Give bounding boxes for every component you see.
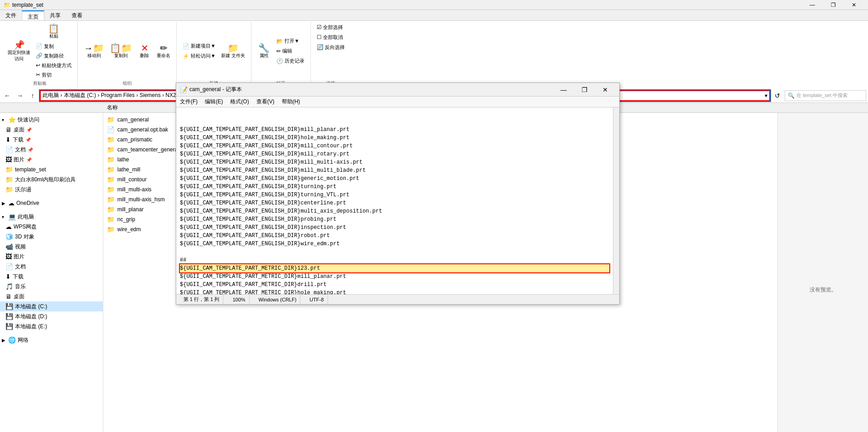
sidebar-item-videos[interactable]: 📹 视频: [0, 242, 103, 252]
sidebar-item-documents[interactable]: 📄 文档: [0, 262, 103, 272]
rename-button[interactable]: ✏ 重命名: [154, 36, 173, 66]
open-button[interactable]: 📂 打开▼: [274, 37, 307, 46]
file-item-label: cam_general.opt.bak: [117, 126, 168, 133]
tab-home[interactable]: 主页: [22, 10, 44, 20]
paste-button[interactable]: 📋 粘贴: [34, 23, 74, 41]
back-button[interactable]: ←: [2, 90, 13, 101]
window-title: template_set: [12, 2, 43, 8]
clipboard-buttons: 📌 固定到快速访问 📋 粘贴 📄 复制 🔗 复制路径: [5, 23, 74, 79]
sidebar-item-template-set[interactable]: 📁 template_set: [0, 165, 103, 175]
up-button[interactable]: ↑: [27, 90, 38, 101]
notepad-zoom: 100%: [229, 295, 249, 304]
file-item-label: mill_multi-axis_hsm: [117, 196, 165, 203]
sidebar-item-docs[interactable]: 📄 文档 📌: [0, 145, 103, 155]
sidebar-item-music[interactable]: 🎵 音乐: [0, 282, 103, 291]
d-drive-icon: 💾: [5, 313, 13, 320]
sidebar-item-pics[interactable]: 🖼 图片: [0, 252, 103, 262]
no-preview-text: 没有预览。: [810, 286, 837, 294]
notepad-window: 📝 cam_general - 记事本 — ❐ ✕ 文件(F) 编辑(E) 格式…: [176, 83, 620, 305]
sidebar-item-e-drive[interactable]: 💾 本地磁盘 (E:): [0, 321, 103, 331]
sidebar-item-dashuishuai[interactable]: 📁 大白水80ml内瓶印刷治具: [0, 175, 103, 184]
minimize-button[interactable]: —: [802, 0, 823, 10]
folder-mill-multi-axis-hsm: 📁: [107, 196, 115, 203]
copy-button[interactable]: 📄 复制: [34, 42, 74, 51]
folder-cam-prismatic: 📁: [107, 136, 115, 143]
sidebar-item-wps[interactable]: ☁ WPS网盘: [0, 222, 103, 232]
quick-access-section: ▾ ⭐ 快速访问 🖥 桌面 📌 ⬇ 下载 📌 📄 文档 📌 🖼 图片: [0, 113, 103, 196]
notepad-menu-format[interactable]: 格式(O): [227, 97, 252, 107]
notepad-menu-help[interactable]: 帮助(H): [278, 97, 304, 107]
new-item-button[interactable]: 📄 新建项目▼: [180, 42, 218, 51]
copy-to-button[interactable]: 📋📁 复制到: [107, 36, 135, 66]
network-icon: 🌐: [8, 336, 16, 344]
invert-icon: 🔄: [317, 44, 323, 50]
folder-icon-1: 📁: [5, 176, 13, 183]
search-box[interactable]: 🔍 在 template_set 中搜索: [785, 90, 866, 101]
window-icon: 📁: [4, 2, 10, 8]
desk-icon: 🖥: [5, 293, 12, 300]
maximize-button[interactable]: ❐: [823, 0, 844, 10]
refresh-button[interactable]: ↺: [772, 90, 783, 101]
folder-mill-multi-axis: 📁: [107, 186, 115, 193]
tab-file[interactable]: 文件: [0, 10, 22, 20]
select-all-button[interactable]: ☑ 全部选择: [314, 23, 345, 32]
paste-shortcut-button[interactable]: ↩ 粘贴快捷方式: [34, 61, 74, 70]
notepad-scrollbar[interactable]: [613, 107, 619, 294]
new-folder-icon: 📁: [227, 44, 239, 53]
notepad-menu-edit[interactable]: 编辑(E): [201, 97, 227, 107]
easy-access-button[interactable]: ⚡ 轻松访问▼: [180, 52, 218, 61]
tab-view[interactable]: 查看: [66, 10, 88, 20]
sidebar-item-downloads[interactable]: ⬇ 下载 📌: [0, 135, 103, 145]
select-none-button[interactable]: ☐ 全部取消: [314, 33, 345, 42]
notepad-maximize-button[interactable]: ❐: [574, 83, 595, 97]
sidebar-item-network[interactable]: ▶ 🌐 网络: [0, 335, 103, 345]
history-button[interactable]: 🕐 历史记录: [274, 57, 307, 66]
sidebar-item-desk[interactable]: 🖥 桌面: [0, 291, 103, 301]
notepad-line: ${UGII_CAM_TEMPLATE_PART_ENGLISH_DIR}tur…: [180, 191, 609, 199]
cut-button[interactable]: ✂ 剪切: [34, 70, 74, 79]
sidebar-item-c-drive[interactable]: 💾 本地磁盘 (C:): [0, 301, 103, 311]
sidebar-item-d-drive[interactable]: 💾 本地磁盘 (D:): [0, 311, 103, 321]
3d-icon: 🧊: [5, 233, 13, 240]
sidebar-item-woluda[interactable]: 📁 沃尔逿: [0, 184, 103, 194]
sidebar-item-dl[interactable]: ⬇ 下载: [0, 272, 103, 282]
sidebar-item-onedrive[interactable]: ▶ ☁ OneDrive: [0, 198, 103, 208]
notepad-menu-file[interactable]: 文件(F): [176, 97, 201, 107]
notepad-close-button[interactable]: ✕: [595, 83, 616, 97]
notepad-minimize-button[interactable]: —: [553, 83, 574, 97]
history-icon: 🕐: [276, 58, 283, 64]
pin-indicator-4: 📌: [26, 157, 32, 162]
sidebar-item-pictures[interactable]: 🖼 图片 📌: [0, 155, 103, 165]
sub-clipboard: 📄 复制 🔗 复制路径 ↩ 粘贴快捷方式 ✂ 剪切: [34, 42, 74, 79]
notepad-menu: 文件(F) 编辑(E) 格式(O) 查看(V) 帮助(H): [176, 97, 619, 107]
sidebar-item-3d[interactable]: 🧊 3D 对象: [0, 232, 103, 242]
notepad-line: ${UGII_CAM_TEMPLATE_PART_ENGLISH_DIR}mil…: [180, 150, 609, 158]
copy-path-button[interactable]: 🔗 复制路径: [34, 51, 74, 60]
open-sub: 📂 打开▼ ✏ 编辑 🕐 历史记录: [274, 37, 307, 66]
notepad-line: ${UGII_CAM_TEMPLATE_PART_METRIC_DIR}hole…: [180, 289, 609, 294]
notepad-menu-view[interactable]: 查看(V): [253, 97, 278, 107]
close-button[interactable]: ✕: [844, 0, 864, 10]
new-folder-button[interactable]: 📁 新建 文件夹: [219, 36, 247, 66]
notepad-line: ${UGII_CAM_TEMPLATE_PART_ENGLISH_DIR}wir…: [180, 240, 609, 248]
move-to-button[interactable]: →📁 移动到: [82, 36, 106, 66]
sidebar-item-this-pc[interactable]: ▾ 💻 此电脑: [0, 212, 103, 222]
easy-access-icon: ⚡: [183, 53, 189, 59]
forward-button[interactable]: →: [14, 90, 25, 101]
edit-button[interactable]: ✏ 编辑: [274, 47, 307, 56]
pin-access-button[interactable]: 📌 固定到快速访问: [5, 36, 33, 66]
delete-button[interactable]: ✕ 删除: [135, 36, 154, 66]
organize-buttons: →📁 移动到 📋📁 复制到 ✕ 删除 ✏ 重命名: [82, 23, 173, 79]
tab-share[interactable]: 共享: [44, 10, 66, 20]
file-item-label: cam_general: [117, 116, 149, 123]
sidebar-item-desktop[interactable]: 🖥 桌面 📌: [0, 125, 103, 135]
notepad-controls: — ❐ ✕: [553, 83, 616, 97]
quick-access-header[interactable]: ▾ ⭐ 快速访问: [0, 115, 103, 125]
search-placeholder: 在 template_set 中搜索: [796, 92, 848, 99]
properties-button[interactable]: 🔧 属性: [255, 36, 273, 66]
address-dropdown-icon[interactable]: ▾: [765, 92, 767, 99]
file-item-label: nc_grip: [117, 216, 135, 223]
notepad-text-area[interactable]: ${UGII_CAM_TEMPLATE_PART_ENGLISH_DIR}mil…: [176, 107, 613, 294]
notepad-line: ${UGII_CAM_TEMPLATE_PART_ENGLISH_DIR}cen…: [180, 199, 609, 207]
invert-select-button[interactable]: 🔄 反向选择: [314, 43, 347, 52]
